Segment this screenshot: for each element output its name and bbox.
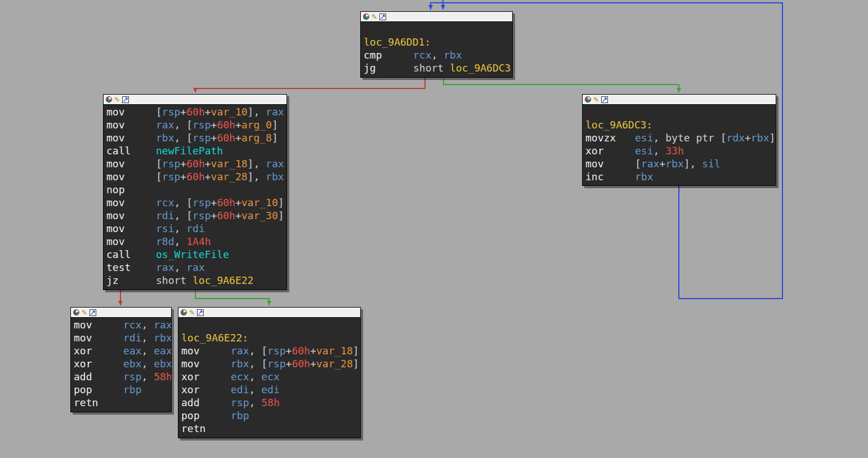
mnemonic[interactable]: mov [181,344,231,357]
token-register[interactable]: rbx [156,132,175,144]
token-punct[interactable]: , [142,319,154,331]
graph-node-loc_9A6DC3[interactable]: ✎ loc_9A6DC3:movzxesi, byte ptr [rdx+rbx… [582,94,776,186]
token-label-ref[interactable]: loc_9A6E22 [193,274,253,286]
token-var[interactable]: arg_0 [241,119,272,131]
token-register[interactable]: rsp [231,397,249,408]
mnemonic[interactable]: xor [585,144,635,157]
mnemonic[interactable]: jg [364,61,413,74]
mnemonic[interactable]: movzx [585,131,635,144]
mnemonic[interactable]: cmp [364,48,413,61]
token-punct[interactable]: , [142,371,154,383]
asm-line[interactable]: movr8d, 1A4h [106,235,284,248]
mnemonic[interactable]: jz [106,274,156,287]
token-register[interactable]: rbx [444,49,462,61]
asm-line[interactable]: movrsi, rdi [106,222,284,235]
token-punct[interactable]: , [142,358,154,370]
asm-line[interactable]: movrcx, [rsp+60h+var_10] [106,196,284,209]
token-punct[interactable]: ] [769,132,775,144]
mnemonic[interactable]: xor [181,370,231,383]
label-text[interactable]: loc_9A6DC3: [585,119,652,131]
graph-view[interactable]: ✎ loc_9A6DD1:cmprcx, rbxjgshort loc_9A6D… [0,0,868,458]
token-punct[interactable]: , [175,235,187,247]
token-keyword[interactable]: short [156,274,193,286]
asm-line[interactable]: cmprcx, rbx [364,48,509,61]
token-register[interactable]: rdi [186,223,205,234]
token-punct[interactable]: ] [353,345,359,357]
token-var[interactable]: var_28 [316,358,353,370]
token-punct[interactable]: [ [156,158,162,170]
token-number[interactable]: 60h [186,171,205,183]
token-punct[interactable]: + [235,197,241,208]
asm-line[interactable]: poprbp [181,409,357,422]
mnemonic[interactable]: mov [106,170,156,183]
token-number[interactable]: 60h [217,197,235,208]
token-function[interactable]: newFilePath [156,145,223,157]
token-number[interactable]: 33h [665,145,684,157]
mnemonic[interactable]: mov [74,318,123,331]
node-titlebar[interactable]: ✎ [583,95,776,105]
token-punct[interactable]: , [ [175,210,193,221]
token-punct[interactable]: ] [353,358,359,370]
asm-line[interactable]: movrbx, [rsp+60h+var_28] [181,357,357,370]
node-titlebar[interactable]: ✎ [104,95,287,105]
token-register[interactable]: rsp [123,371,142,383]
token-punct[interactable]: , [175,261,187,273]
token-punct[interactable]: , [249,371,262,383]
token-register[interactable]: rcx [156,197,175,208]
asm-label[interactable]: loc_9A6E22: [181,331,357,344]
token-punct[interactable]: ] [278,197,284,208]
token-punct[interactable]: + [286,345,292,357]
token-punct[interactable]: + [205,106,211,118]
token-register[interactable]: rbx [665,158,684,170]
token-register[interactable]: rsi [156,223,175,234]
token-punct[interactable]: , [142,345,154,357]
token-register[interactable]: rsp [193,132,211,144]
token-register[interactable]: rbx [751,132,769,144]
token-punct[interactable]: ], [248,171,266,183]
token-register[interactable]: rax [156,119,175,131]
token-punct[interactable]: , [249,384,262,395]
mnemonic[interactable]: xor [74,344,123,357]
token-register[interactable]: rbp [231,410,249,421]
token-number[interactable]: 60h [217,132,235,144]
mnemonic[interactable]: mov [74,331,123,344]
token-keyword[interactable]: short [413,62,450,74]
token-punct[interactable]: + [205,171,211,183]
token-register[interactable]: rdi [123,332,142,344]
asm-line[interactable]: movrdi, [rsp+60h+var_30] [106,209,284,222]
asm-line[interactable]: movrbx, [rsp+60h+arg_8] [106,131,284,144]
token-register[interactable]: rax [641,158,660,170]
token-register[interactable]: rax [156,261,175,273]
asm-line[interactable]: mov[rsp+60h+var_10], rax [106,105,284,118]
asm-line[interactable]: retn [74,396,168,409]
token-number[interactable]: 60h [186,158,205,170]
asm-line[interactable]: xoreax, eax [74,344,168,357]
token-punct[interactable]: , [ [175,119,193,131]
token-register[interactable]: edi [231,384,249,395]
asm-label[interactable]: loc_9A6DD1: [364,35,509,48]
asm-line[interactable]: movrax, [rsp+60h+var_18] [181,344,357,357]
token-register[interactable]: rsp [267,345,286,357]
node-titlebar[interactable]: ✎ [178,308,360,318]
token-register[interactable]: r8d [156,235,175,247]
token-number[interactable]: 60h [217,119,235,131]
token-punct[interactable]: , [654,145,666,157]
token-punct[interactable]: [ [156,106,162,118]
graph-node-loc_9A6DD1[interactable]: ✎ loc_9A6DD1:cmprcx, rbxjgshort loc_9A6D… [360,11,513,78]
asm-line[interactable]: xorecx, ecx [181,370,357,383]
mnemonic[interactable]: xor [74,357,123,370]
token-punct[interactable]: + [235,210,241,221]
asm-line[interactable]: poprbp [74,383,168,396]
token-register[interactable]: rcx [413,49,432,61]
mnemonic[interactable]: mov [585,157,635,170]
mnemonic[interactable]: mov [106,222,156,235]
mnemonic[interactable]: mov [106,118,156,131]
token-punct[interactable]: , [175,223,187,234]
asm-line[interactable]: movrcx, rax [74,318,168,331]
asm-line[interactable]: incrbx [585,170,773,183]
asm-line[interactable]: nop [106,183,284,196]
token-register[interactable]: rdx [727,132,745,144]
mnemonic[interactable]: pop [74,383,123,396]
token-var[interactable]: var_18 [316,345,353,357]
mnemonic[interactable]: inc [585,170,635,183]
